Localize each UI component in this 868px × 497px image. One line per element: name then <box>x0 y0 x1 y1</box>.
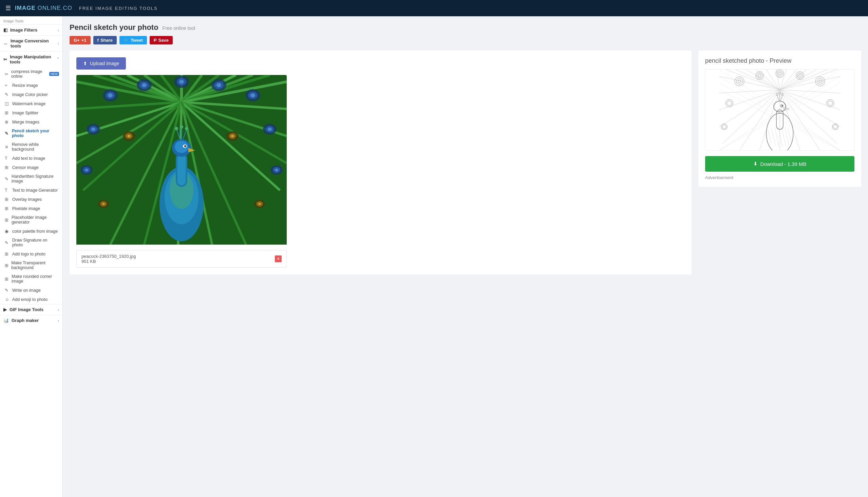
sidebar-group-conversion[interactable]: ↔ Image Conversion tools ‹ <box>0 35 62 51</box>
site-logo[interactable]: IMAGE ONLINE.CO <box>15 5 72 12</box>
compress-image-icon: ✂ <box>5 72 9 77</box>
google-label: +1 <box>82 38 87 43</box>
add-text-to-image-icon: T <box>5 156 10 161</box>
file-info-bar: peacock-2363750_1920.jpg 951 KB ✕ <box>76 250 287 268</box>
sidebar-item-compress-image[interactable]: ✂compress image onlineNEW <box>0 67 62 81</box>
sidebar-item-color-palette[interactable]: ◉color palette from image <box>0 227 62 236</box>
rounded-corner-label: Make rounded corner image <box>12 274 59 284</box>
sidebar-item-pixelate-image[interactable]: ⊞Pixelate image <box>0 204 62 213</box>
sidebar-item-image-color-picker[interactable]: ✎Image Color picker <box>0 90 62 99</box>
facebook-label: Share <box>100 38 113 43</box>
sidebar-item-resize-image[interactable]: +Resize image <box>0 81 62 90</box>
rounded-corner-icon: ⊞ <box>5 276 10 282</box>
sidebar-item-make-transparent-bg[interactable]: ⊞Make Transparent background <box>0 258 62 272</box>
sidebar-item-placeholder-image[interactable]: ⊞Placeholder image generator <box>0 213 62 227</box>
sidebar-item-text-to-image[interactable]: TText to image Generator <box>0 186 62 195</box>
tools-label: FREE IMAGE EDITING TOOLS <box>79 6 158 11</box>
color-palette-icon: ◉ <box>5 229 10 234</box>
svg-rect-70 <box>177 155 186 185</box>
svg-point-44 <box>91 128 95 131</box>
color-palette-label: color palette from image <box>12 229 58 234</box>
upload-icon: ⬆ <box>83 61 87 66</box>
svg-point-53 <box>275 169 278 171</box>
manipulation-icon: ✂ <box>3 57 7 62</box>
upload-panel: ⬆ Upload image <box>70 51 692 274</box>
sidebar-group-graph[interactable]: 📊 Graph maker ‹ <box>0 315 62 326</box>
svg-rect-160 <box>720 70 840 150</box>
pixelate-image-icon: ⊞ <box>5 206 10 211</box>
graph-icon: 📊 <box>3 318 9 323</box>
sidebar-item-censor-image[interactable]: ⊞Censor image <box>0 163 62 172</box>
add-emoji-icon: ☺ <box>5 297 10 302</box>
make-transparent-bg-label: Make Transparent background <box>11 260 59 270</box>
image-color-picker-icon: ✎ <box>5 92 10 97</box>
menu-icon[interactable]: ☰ <box>5 4 11 12</box>
image-color-picker-label: Image Color picker <box>12 92 48 97</box>
sidebar-item-merge-images[interactable]: ⊕Merge Images <box>0 117 62 127</box>
sidebar-item-image-splitter[interactable]: ⊞Image Splitter <box>0 108 62 117</box>
page-title: Pencil sketch your photo <box>70 23 158 32</box>
pinterest-save-button[interactable]: P Save <box>150 36 173 44</box>
social-bar: G+ +1 f Share 🐦 Tweet P Save <box>70 36 861 44</box>
filters-chevron: ‹ <box>58 28 59 32</box>
add-text-to-image-label: Add text to image <box>12 156 45 161</box>
text-to-image-label: Text to image Generator <box>12 188 58 193</box>
censor-image-icon: ⊞ <box>5 165 10 170</box>
remove-white-bg-icon: ✕ <box>5 144 10 150</box>
sidebar-group-image-filters[interactable]: ◧ Image Filters ‹ <box>0 25 62 35</box>
svg-point-38 <box>216 83 221 87</box>
sidebar-item-pencil-sketch[interactable]: ✎Pencil sketch your photo <box>0 127 62 140</box>
twitter-tweet-button[interactable]: 🐦 Tweet <box>119 36 147 44</box>
logo-domain: ONLINE.CO <box>37 5 72 11</box>
download-label: Download - 1.39 MB <box>760 161 807 167</box>
logo-text: IMAGE <box>15 5 35 11</box>
image-splitter-label: Image Splitter <box>12 111 38 115</box>
file-name: peacock-2363750_1920.jpg <box>82 254 136 259</box>
overlay-images-icon: ⊞ <box>5 197 10 202</box>
sidebar-item-overlay-images[interactable]: ⊞Overlay images <box>0 195 62 204</box>
sidebar-item-add-text-to-image[interactable]: TAdd text to image <box>0 154 62 163</box>
pencil-sketch-icon: ✎ <box>5 131 10 136</box>
sidebar-item-write-on-image[interactable]: ✎Write on image <box>0 286 62 295</box>
placeholder-image-icon: ⊞ <box>5 217 10 223</box>
handwritten-signature-icon: ✎ <box>5 176 10 182</box>
sidebar-item-add-emoji[interactable]: ☺Add emoji to photo <box>0 295 62 304</box>
file-size: 951 KB <box>82 259 136 264</box>
manipulation-chevron: ˅ <box>57 57 59 62</box>
sidebar-item-rounded-corner[interactable]: ⊞Make rounded corner image <box>0 272 62 286</box>
sidebar-item-remove-white-bg[interactable]: ✕Remove white background <box>0 140 62 154</box>
overlay-images-label: Overlay images <box>12 197 42 202</box>
sidebar-group-manipulation[interactable]: ✂ Image Manipulation tools ˅ <box>0 51 62 67</box>
pixelate-image-label: Pixelate image <box>12 206 40 211</box>
manipulation-label: Image Manipulation tools <box>10 54 57 65</box>
layout: Image Tools ◧ Image Filters ‹ ↔ Image Co… <box>0 16 868 497</box>
file-close-button[interactable]: ✕ <box>275 255 282 262</box>
facebook-share-button[interactable]: f Share <box>93 36 117 44</box>
upload-button[interactable]: ⬆ Upload image <box>76 57 126 70</box>
svg-point-35 <box>179 80 184 84</box>
twitter-icon: 🐦 <box>124 38 129 43</box>
sidebar-item-watermark-image[interactable]: ◫Watermark image <box>0 99 62 108</box>
compress-image-label: compress image online <box>11 69 46 79</box>
gif-chevron: ‹ <box>58 308 59 312</box>
advertisement-label: Advertisement <box>705 175 854 180</box>
svg-point-65 <box>258 203 261 205</box>
compress-image-badge: NEW <box>49 72 59 76</box>
sidebar-item-draw-signature[interactable]: ✎Draw Signature on photo <box>0 236 62 249</box>
sidebar-item-add-logo[interactable]: ⊞Add logo to photo <box>0 249 62 258</box>
image-splitter-icon: ⊞ <box>5 110 10 115</box>
source-image-display <box>76 75 287 246</box>
conversion-chevron: ‹ <box>58 41 59 45</box>
google-plus-button[interactable]: G+ +1 <box>70 36 90 44</box>
sidebar-group-gif[interactable]: ▶ GIF Image Tools ‹ <box>0 304 62 315</box>
download-icon: ⬇ <box>753 161 758 167</box>
sidebar-item-handwritten-signature[interactable]: ✎Handwritten Signature image <box>0 172 62 186</box>
download-button[interactable]: ⬇ Download - 1.39 MB <box>705 156 854 172</box>
graph-chevron: ‹ <box>58 318 59 323</box>
sketch-preview-image <box>705 69 854 151</box>
add-logo-icon: ⊞ <box>5 251 10 256</box>
svg-point-50 <box>85 169 88 171</box>
merge-images-label: Merge Images <box>12 120 39 125</box>
censor-image-label: Censor image <box>12 165 39 170</box>
page-subtitle: Free online tool <box>162 26 196 31</box>
